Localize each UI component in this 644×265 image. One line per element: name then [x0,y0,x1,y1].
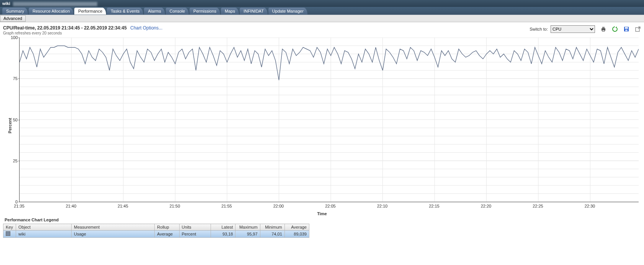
legend-row[interactable]: wiki Usage Average Percent 93,18 95,97 7… [3,231,309,238]
switch-to-label: Switch to: [530,27,548,31]
x-tick-label: 22:15 [429,204,440,208]
x-tick-label: 21:35 [14,204,25,208]
tab-permissions[interactable]: Permissions [190,8,220,15]
chart-title: CPU/Real-time, 22.05.2019 21:34:45 - 22.… [3,25,127,31]
window-title-prefix: wiki [2,1,10,6]
y-tick-label: 50 [11,118,18,122]
y-tick-label: 75 [11,76,18,81]
x-tick-label: 21:40 [66,204,77,208]
sub-toolbar: Advanced [0,15,644,22]
tab-update-manager[interactable]: Update Manager [268,8,307,15]
window-title-bar: wiki [0,0,644,7]
tab-console[interactable]: Console [166,8,189,15]
tab-tasks-events[interactable]: Tasks & Events [107,8,143,15]
legend-col-rollup[interactable]: Rollup [155,224,179,231]
x-tick-label: 21:50 [170,204,180,208]
save-icon[interactable] [623,26,629,32]
chart-plot [19,38,639,202]
svg-rect-5 [625,29,628,31]
tab-summary[interactable]: Summary [2,8,28,15]
svg-rect-2 [602,30,605,31]
legend-minimum: 74,01 [260,231,284,238]
svg-rect-4 [625,27,628,29]
x-tick-label: 21:55 [221,204,232,208]
y-tick-label: 25 [11,159,18,163]
refresh-note: Graph refreshes every 20 seconds [3,31,162,35]
refresh-icon[interactable] [612,26,618,32]
tab-infinidat[interactable]: INFINIDAT [240,8,268,15]
svg-rect-1 [602,27,605,28]
switch-to-select[interactable]: CPU [551,25,595,33]
legend-col-latest[interactable]: Latest [211,224,235,231]
legend-col-measurement[interactable]: Measurement [72,224,155,231]
legend-measurement: Usage [72,231,155,238]
chart-area: Percent 0255075100 21:3521:4021:4521:502… [3,38,641,214]
legend-units: Percent [179,231,211,238]
tab-resource-allocation[interactable]: Resource Allocation [29,8,74,15]
legend-col-maximum[interactable]: Maximum [235,224,260,231]
x-axis-label: Time [317,211,327,216]
export-icon[interactable] [635,26,641,32]
legend-object: wiki [16,231,72,238]
legend-average: 89,039 [284,231,309,238]
legend-latest: 93,18 [211,231,235,238]
legend-col-units[interactable]: Units [179,224,211,231]
legend-col-minimum[interactable]: Minimum [260,224,284,231]
advanced-button[interactable]: Advanced [0,15,26,22]
y-tick-label: 100 [11,35,18,40]
legend-col-object[interactable]: Object [16,224,72,231]
legend-header-row: Key Object Measurement Rollup Units Late… [3,224,309,231]
x-tick-label: 22:25 [533,204,543,208]
tab-alarms[interactable]: Alarms [144,8,165,15]
main-tab-bar: Summary Resource Allocation Performance … [0,7,644,15]
legend-col-average[interactable]: Average [284,224,309,231]
x-tick-label: 22:20 [481,204,492,208]
print-icon[interactable] [600,26,606,32]
chart-options-link[interactable]: Chart Options... [130,25,162,31]
chart-header-right: Switch to: CPU [530,25,641,33]
tab-maps[interactable]: Maps [221,8,239,15]
window-title-blurred [13,2,97,6]
legend-rollup: Average [155,231,179,238]
x-tick-label: 22:00 [273,204,284,208]
legend-key-swatch [3,231,16,238]
x-tick-label: 22:30 [585,204,595,208]
legend-title: Performance Chart Legend [5,218,641,222]
tab-performance[interactable]: Performance [74,8,106,15]
x-tick-label: 21:45 [118,204,128,208]
legend-table: Key Object Measurement Rollup Units Late… [3,224,309,238]
legend-col-key[interactable]: Key [3,224,16,231]
chart-header-left: CPU/Real-time, 22.05.2019 21:34:45 - 22.… [3,25,162,35]
x-tick-label: 22:10 [377,204,388,208]
legend-maximum: 95,97 [235,231,260,238]
x-tick-label: 22:05 [325,204,336,208]
